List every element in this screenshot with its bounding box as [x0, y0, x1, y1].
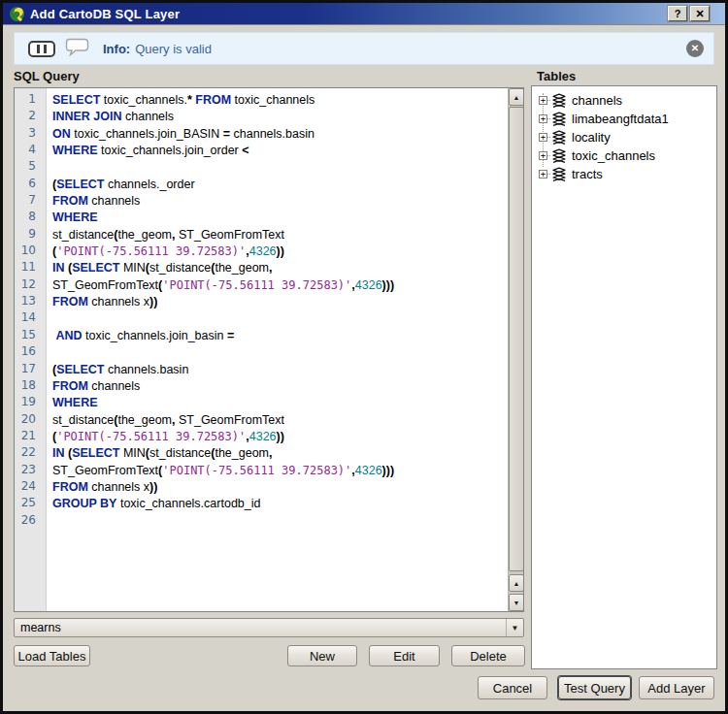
code-line[interactable]: (SELECT channels._order	[52, 176, 508, 192]
tables-tree[interactable]: + channels +	[531, 85, 717, 669]
connection-select[interactable]: mearns ▼	[14, 618, 524, 637]
code-line[interactable]	[52, 309, 508, 326]
line-number: 13	[15, 293, 46, 309]
code-line[interactable]: ('POINT(-75.56111 39.72583)',4326))	[52, 428, 508, 444]
line-number: 20	[15, 411, 46, 428]
table-tree-item[interactable]: + tracts	[535, 165, 714, 183]
code-line[interactable]: ST_GeomFromText('POINT(-75.56111 39.7258…	[52, 276, 508, 293]
line-number: 8	[15, 209, 46, 225]
load-tables-button[interactable]: Load Tables	[14, 645, 90, 666]
code-line[interactable]: WHERE toxic_channels.join_order <	[52, 142, 508, 158]
code-line[interactable]: FROM channels	[52, 377, 508, 394]
editor-vertical-scrollbar[interactable]: ▲ ▲ ▼	[508, 88, 523, 611]
code-line[interactable]: FROM channels x))	[52, 478, 508, 495]
titlebar[interactable]: Add CartoDB SQL Layer ? ✕	[3, 3, 725, 25]
code-line[interactable]: ('POINT(-75.56111 39.72583)',4326))	[52, 243, 508, 259]
code-line[interactable]: WHERE	[52, 209, 508, 225]
table-name: channels	[572, 93, 622, 108]
help-button[interactable]: ?	[668, 6, 687, 21]
table-name: limabeangftdata1	[572, 112, 669, 126]
layer-stack-icon	[551, 148, 567, 164]
expand-plus-icon[interactable]: +	[539, 114, 547, 123]
sql-editor[interactable]: 1234567891011121314151617181920212223242…	[14, 87, 524, 612]
layer-stack-icon	[551, 167, 567, 182]
code-line[interactable]: st_distance(the_geom, ST_GeomFromText	[52, 411, 508, 428]
scrollbar-thumb[interactable]	[509, 107, 524, 571]
line-number: 2	[15, 108, 46, 124]
code-line[interactable]	[52, 343, 508, 360]
delete-button[interactable]: Delete	[451, 645, 525, 666]
code-area[interactable]: SELECT toxic_channels.* FROM toxic_chann…	[47, 88, 508, 611]
tables-label: Tables	[537, 69, 576, 83]
table-name: toxic_channels	[572, 148, 655, 163]
info-prefix: Info:	[103, 42, 130, 56]
code-line[interactable]: FROM channels x))	[52, 293, 508, 309]
layer-stack-icon	[551, 130, 567, 146]
line-number-gutter: 1234567891011121314151617181920212223242…	[15, 88, 47, 611]
scroll-up-button-bottom[interactable]: ▲	[509, 574, 524, 592]
expand-plus-icon[interactable]: +	[539, 96, 547, 105]
scroll-down-button[interactable]: ▼	[509, 594, 524, 611]
code-line[interactable]	[52, 158, 508, 175]
code-line[interactable]: AND toxic_channels.join_basin =	[52, 327, 508, 343]
qgis-logo-icon	[9, 6, 25, 22]
line-number: 14	[15, 309, 46, 326]
line-number: 22	[15, 444, 46, 461]
line-number: 18	[15, 377, 46, 394]
combo-dropdown-icon[interactable]: ▼	[506, 619, 523, 636]
code-line[interactable]: st_distance(the_geom, ST_GeomFromText	[52, 226, 508, 243]
line-number: 1	[15, 91, 46, 108]
scroll-up-button[interactable]: ▲	[509, 88, 524, 106]
line-number: 10	[15, 243, 46, 259]
table-tree-item[interactable]: + limabeangftdata1	[535, 110, 714, 128]
table-tree-item[interactable]: + toxic_channels	[535, 146, 714, 165]
code-line[interactable]: IN (SELECT MIN(st_distance(the_geom,	[52, 259, 508, 276]
code-line[interactable]: SELECT toxic_channels.* FROM toxic_chann…	[52, 91, 508, 108]
line-number: 19	[15, 394, 46, 410]
connection-value: mearns	[15, 621, 506, 634]
line-number: 3	[15, 125, 46, 142]
code-line[interactable]: WHERE	[52, 394, 508, 410]
expand-plus-icon[interactable]: +	[539, 170, 547, 178]
expand-plus-icon[interactable]: +	[539, 151, 547, 160]
expand-plus-icon[interactable]: +	[539, 133, 547, 142]
line-number: 16	[15, 343, 46, 360]
line-number: 7	[15, 192, 46, 209]
table-name: locality	[572, 130, 611, 145]
code-line[interactable]: ST_GeomFromText('POINT(-75.56111 39.7258…	[52, 462, 508, 478]
table-name: tracts	[572, 167, 603, 181]
line-number: 25	[15, 495, 46, 511]
code-line[interactable]: GROUP BY toxic_channels.cartodb_id	[52, 495, 508, 511]
line-number: 11	[15, 259, 46, 276]
layer-stack-icon	[551, 93, 567, 109]
code-line[interactable]	[52, 512, 508, 529]
line-number: 21	[15, 428, 46, 444]
window-title: Add CartoDB SQL Layer	[30, 7, 180, 21]
line-number: 6	[15, 176, 46, 192]
test-query-button[interactable]: Test Query	[558, 676, 631, 699]
add-cartodb-sql-layer-dialog: Add CartoDB SQL Layer ? ✕ Info:Query is …	[0, 0, 728, 714]
code-line[interactable]: INNER JOIN channels	[52, 108, 508, 124]
code-line[interactable]: IN (SELECT MIN(st_distance(the_geom,	[52, 444, 508, 461]
add-layer-button[interactable]: Add Layer	[639, 676, 714, 699]
edit-button[interactable]: Edit	[369, 645, 440, 666]
info-message: Info:Query is valid	[103, 42, 212, 56]
close-button[interactable]: ✕	[690, 6, 710, 21]
cancel-button[interactable]: Cancel	[478, 676, 547, 699]
line-number: 23	[15, 462, 46, 478]
layer-stack-icon	[551, 112, 567, 127]
line-number: 9	[15, 226, 46, 243]
line-number: 26	[15, 512, 46, 529]
line-number: 5	[15, 158, 46, 175]
message-bar: Info:Query is valid ✕	[14, 32, 714, 65]
table-tree-item[interactable]: + locality	[535, 128, 714, 146]
code-line[interactable]: FROM channels	[52, 192, 508, 209]
new-button[interactable]: New	[287, 645, 357, 666]
table-tree-item[interactable]: + channels	[535, 91, 714, 110]
dismiss-message-button[interactable]: ✕	[686, 40, 704, 57]
line-number: 4	[15, 142, 46, 158]
code-line[interactable]: ON toxic_channels.join_BASIN = channels.…	[52, 125, 508, 142]
sql-query-label: SQL Query	[14, 69, 80, 83]
code-line[interactable]: (SELECT channels.basin	[52, 361, 508, 377]
line-number: 24	[15, 478, 46, 495]
